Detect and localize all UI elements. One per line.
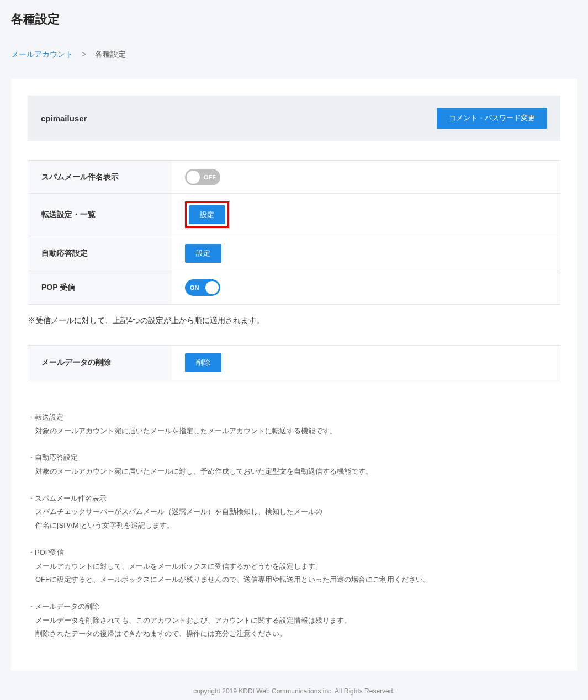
delete-button[interactable]: 削除 <box>185 353 221 372</box>
delete-label: メールデータの削除 <box>28 346 172 380</box>
desc-spam-body1: スパムチェックサーバーがスパムメール（迷惑メール）を自動検知し、検知したメールの <box>28 505 560 519</box>
breadcrumb-parent-link[interactable]: メールアカウント <box>11 50 73 59</box>
desc-forward-title: ・転送設定 <box>28 411 560 425</box>
desc-pop-body1: メールアカウントに対して、メールをメールボックスに受信するかどうかを設定します。 <box>28 560 560 574</box>
pop-toggle[interactable]: ON <box>185 279 220 296</box>
delete-row: メールデータの削除 削除 <box>28 346 560 380</box>
spam-subject-row: スパムメール件名表示 OFF <box>28 161 560 194</box>
account-header: cpimailuser コメント・パスワード変更 <box>28 96 560 141</box>
desc-pop-title: ・POP受信 <box>28 546 560 560</box>
spam-subject-control: OFF <box>172 161 560 193</box>
change-comment-password-button[interactable]: コメント・パスワード変更 <box>437 108 547 129</box>
desc-pop: ・POP受信 メールアカウントに対して、メールをメールボックスに受信するかどうか… <box>28 546 560 587</box>
autoreply-row: 自動応答設定 設定 <box>28 236 560 271</box>
autoreply-control: 設定 <box>172 236 560 271</box>
pop-row: POP 受信 ON <box>28 271 560 304</box>
pop-label: POP 受信 <box>28 271 172 304</box>
page-title: 各種設定 <box>11 11 577 28</box>
autoreply-label: 自動応答設定 <box>28 236 172 271</box>
forward-settings-button[interactable]: 設定 <box>189 205 225 224</box>
forward-highlight: 設定 <box>185 201 229 228</box>
desc-spam-body2: 件名に[SPAM]という文字列を追記します。 <box>28 519 560 533</box>
desc-pop-body2: OFFに設定すると、メールボックスにメールが残りませんので、送信専用や転送用とい… <box>28 573 560 587</box>
forward-control: 設定 <box>172 194 560 236</box>
delete-table: メールデータの削除 削除 <box>28 345 560 380</box>
desc-delete-body1: メールデータを削除されても、このアカウントおよび、アカウントに関する設定情報は残… <box>28 614 560 628</box>
desc-autoreply: ・自動応答設定 対象のメールアカウント宛に届いたメールに対し、予め作成しておいた… <box>28 451 560 478</box>
desc-spam-title: ・スパムメール件名表示 <box>28 492 560 506</box>
pop-control: ON <box>172 271 560 304</box>
forward-row: 転送設定・一覧 設定 <box>28 194 560 236</box>
breadcrumb-separator: > <box>82 50 86 59</box>
settings-panel: cpimailuser コメント・パスワード変更 スパムメール件名表示 OFF … <box>11 79 577 671</box>
desc-delete: ・メールデータの削除 メールデータを削除されても、このアカウントおよび、アカウン… <box>28 600 560 641</box>
desc-delete-title: ・メールデータの削除 <box>28 600 560 614</box>
toggle-knob <box>205 281 219 294</box>
desc-autoreply-title: ・自動応答設定 <box>28 451 560 465</box>
breadcrumb: メールアカウント > 各種設定 <box>11 50 577 60</box>
settings-note: ※受信メールに対して、上記4つの設定が上から順に適用されます。 <box>28 316 560 326</box>
autoreply-settings-button[interactable]: 設定 <box>185 244 221 263</box>
desc-autoreply-body: 対象のメールアカウント宛に届いたメールに対し、予め作成しておいた定型文を自動返信… <box>28 465 560 479</box>
breadcrumb-current: 各種設定 <box>95 50 126 59</box>
footer-copyright: copyright 2019 KDDI Web Communications i… <box>11 671 577 700</box>
spam-subject-label: スパムメール件名表示 <box>28 161 172 193</box>
desc-forward: ・転送設定 対象のメールアカウント宛に届いたメールを指定したメールアカウントに転… <box>28 411 560 438</box>
toggle-on-label: ON <box>190 284 199 291</box>
toggle-off-label: OFF <box>204 174 216 181</box>
desc-spam: ・スパムメール件名表示 スパムチェックサーバーがスパムメール（迷惑メール）を自動… <box>28 492 560 533</box>
desc-delete-body2: 削除されたデータの復帰はできかねますので、操作には充分ご注意ください。 <box>28 627 560 641</box>
forward-label: 転送設定・一覧 <box>28 194 172 236</box>
descriptions-section: ・転送設定 対象のメールアカウント宛に届いたメールを指定したメールアカウントに転… <box>28 411 560 641</box>
account-name: cpimailuser <box>41 114 87 123</box>
settings-table: スパムメール件名表示 OFF 転送設定・一覧 設定 自動応答設定 <box>28 160 560 305</box>
desc-forward-body: 対象のメールアカウント宛に届いたメールを指定したメールアカウントに転送する機能で… <box>28 425 560 438</box>
delete-control: 削除 <box>172 346 560 380</box>
spam-subject-toggle[interactable]: OFF <box>185 169 220 185</box>
toggle-knob <box>187 171 200 184</box>
